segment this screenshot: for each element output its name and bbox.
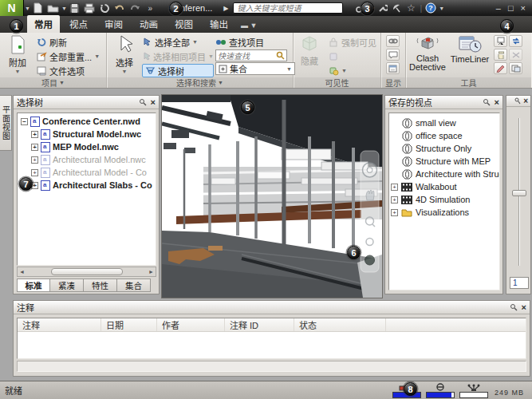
hide-button[interactable]: 隐藏 — [295, 34, 324, 76]
require-button[interactable]: 强制可见 — [329, 35, 380, 49]
expand-icon[interactable]: + — [391, 196, 398, 203]
file-options-button[interactable]: 文件选项 — [37, 64, 105, 77]
group-label-select-search[interactable]: 选择和搜索▼ — [107, 77, 293, 88]
minimize-button[interactable]: – — [496, 3, 501, 13]
open-button[interactable] — [45, 1, 61, 15]
find-items-button[interactable]: 查找项目 — [215, 35, 292, 49]
3d-viewport[interactable] — [161, 94, 383, 298]
tilt-slider-thumb[interactable] — [512, 190, 526, 196]
column-comment[interactable]: 注释 — [18, 318, 101, 331]
print-button[interactable] — [82, 1, 97, 15]
animation-item[interactable]: + Walkabout — [389, 180, 499, 193]
animator-button[interactable] — [509, 35, 522, 47]
communication-center-icon[interactable] — [389, 2, 404, 14]
panel-close-icon[interactable]: × — [495, 97, 499, 107]
expand-icon[interactable]: + — [31, 144, 38, 151]
tab-animation[interactable]: 动画 — [132, 15, 165, 33]
scrollbar-thumb[interactable] — [51, 268, 123, 275]
favorites-star-icon[interactable]: ☆ — [404, 2, 418, 14]
appearance-profiler-button[interactable] — [494, 62, 507, 74]
undo-button[interactable] — [112, 1, 128, 15]
quick-find-magnifier-icon[interactable] — [276, 51, 285, 60]
new-button[interactable] — [30, 1, 45, 15]
scroll-left-icon[interactable]: ◄ — [19, 269, 25, 275]
redo-button[interactable] — [128, 1, 143, 15]
comments-titlebar[interactable]: 注释 × — [14, 301, 530, 314]
close-button[interactable]: × — [521, 3, 526, 13]
unhide-all-button[interactable]: ▼ — [329, 64, 380, 77]
datatools-button[interactable] — [509, 62, 522, 74]
viewpoint-item[interactable]: Architecture with Structure — [389, 168, 499, 180]
column-comment-id[interactable]: 注释 ID — [225, 318, 294, 331]
expand-icon[interactable]: + — [391, 184, 398, 191]
tree-item[interactable]: + Architectural Slabs - Co — [28, 179, 156, 192]
select-all-button[interactable]: 选择全部 ▼ — [142, 35, 214, 49]
maximize-button[interactable]: □ — [508, 3, 514, 13]
pin-icon[interactable] — [483, 98, 491, 106]
saved-viewpoints-titlebar[interactable]: 保存的视点 × — [385, 96, 502, 109]
open-caret-icon[interactable]: ▼ — [61, 6, 67, 11]
quick-properties-button[interactable] — [386, 49, 400, 61]
tree-tab-compact[interactable]: 紧凑 — [50, 279, 84, 292]
properties-button[interactable] — [386, 62, 400, 74]
search-input[interactable] — [233, 2, 343, 14]
tree-tab-standard[interactable]: 标准 — [17, 279, 50, 292]
links-button[interactable] — [386, 35, 400, 47]
pin-icon[interactable] — [510, 303, 518, 311]
qat-overflow-icon[interactable]: » — [143, 1, 158, 15]
selection-tree-list[interactable]: − Conference Center.nwd + Structural Mod… — [17, 113, 156, 266]
plan-view-tab[interactable]: 平面视图 — [0, 95, 12, 151]
column-date[interactable]: 日期 — [101, 318, 157, 331]
column-status[interactable]: 状态 — [294, 318, 386, 331]
comments-table[interactable]: 注释 日期 作者 注释 ID 状态 — [17, 318, 526, 359]
tree-tab-properties[interactable]: 特性 — [84, 279, 117, 292]
tab-viewpoint[interactable]: 视点 — [62, 15, 95, 33]
horizontal-scrollbar[interactable]: ◄ ► — [17, 267, 156, 277]
title-expand-icon[interactable]: ▶ — [223, 5, 228, 12]
column-author[interactable]: 作者 — [157, 318, 225, 331]
saved-viewpoints-list[interactable]: small view office space Structure Only S… — [388, 113, 500, 290]
expand-icon[interactable]: + — [31, 131, 38, 138]
panel-close-icon[interactable]: × — [151, 97, 156, 107]
application-menu-button[interactable]: N — [0, 0, 24, 16]
tree-item[interactable]: + Architectural Model.nwc — [28, 153, 156, 166]
viewpoint-item[interactable]: office space — [389, 129, 499, 142]
tree-tab-sets[interactable]: 集合 — [117, 279, 151, 292]
selection-tree-titlebar[interactable]: 选择树 × — [14, 96, 159, 109]
hide-unselected-button[interactable] — [329, 49, 380, 63]
ribbon-minimize-icon[interactable]: ▬ ▼ — [241, 22, 257, 33]
save-button[interactable] — [67, 1, 82, 15]
group-label-project[interactable]: 项目▼ — [0, 77, 106, 88]
quick-find-input[interactable]: 快速查找 — [215, 49, 287, 61]
refresh-project-button[interactable]: 刷新 — [37, 35, 105, 49]
help-caret-icon[interactable]: ▼ — [439, 6, 444, 11]
refresh-button[interactable] — [97, 1, 112, 15]
comments-edit-strip[interactable] — [17, 361, 526, 372]
panel-close-icon[interactable]: × — [523, 97, 528, 105]
pin-icon[interactable] — [139, 98, 147, 106]
tree-item[interactable]: + MEP Model.nwc — [28, 140, 156, 153]
reset-all-button[interactable]: 全部重置... ▼ — [37, 49, 105, 63]
sets-dropdown[interactable]: 集合 ▼ — [215, 62, 295, 75]
tab-output[interactable]: 输出 — [203, 15, 235, 33]
tab-home[interactable]: 常用 — [27, 15, 60, 33]
tilt-value-input[interactable] — [510, 277, 529, 289]
scripter-button[interactable] — [494, 49, 507, 61]
selection-tree-button[interactable]: 选择树 — [142, 64, 214, 77]
tab-review[interactable]: 审阅 — [97, 15, 130, 33]
animation-item[interactable]: + 4D Simulation — [389, 193, 499, 206]
help-icon[interactable]: ? — [424, 2, 438, 14]
panel-close-icon[interactable]: × — [522, 302, 526, 312]
viewpoint-item[interactable]: small view — [389, 117, 499, 129]
folder-item[interactable]: + Visualizations — [389, 206, 499, 219]
tab-view[interactable]: 视图 — [167, 15, 200, 33]
presenter-button[interactable] — [494, 35, 507, 47]
tree-item-root[interactable]: − Conference Center.nwd — [18, 115, 156, 128]
clash-detective-button[interactable]: Clash Detective — [408, 34, 447, 76]
pin-icon[interactable] — [514, 97, 521, 105]
viewpoint-item[interactable]: Structure with MEP — [389, 155, 499, 168]
append-button[interactable]: 附加 ▼ — [2, 34, 33, 76]
tilt-panel-header[interactable]: × — [506, 96, 530, 107]
expand-icon[interactable]: + — [31, 156, 38, 164]
collapse-icon[interactable]: − — [21, 118, 28, 125]
